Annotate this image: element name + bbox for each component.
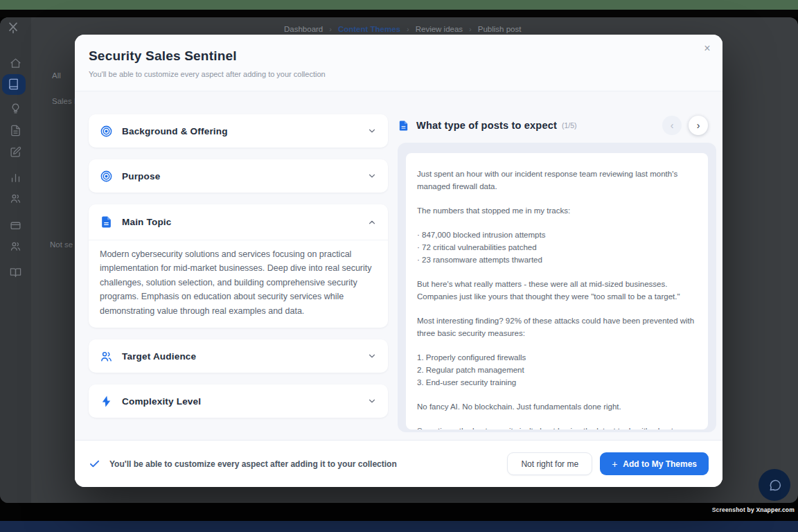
post-paragraph: Just spent an hour with our incident res… bbox=[417, 168, 697, 193]
modal-subtitle: You'll be able to customize every aspect… bbox=[89, 70, 706, 78]
plus-icon: + bbox=[612, 459, 617, 470]
chevron-right-icon: › bbox=[329, 25, 332, 33]
accordion-complexity-level: Complexity Level bbox=[89, 384, 388, 418]
accordion-header[interactable]: Background & Offering bbox=[89, 114, 388, 148]
post-paragraph: · 847,000 blocked intrusion attempts · 7… bbox=[417, 229, 697, 266]
filter-label-all[interactable]: All bbox=[52, 71, 61, 80]
footer-note: You'll be able to customize every aspect… bbox=[109, 459, 397, 469]
chevron-right-icon: › bbox=[469, 25, 472, 33]
frame-top-green-band bbox=[0, 0, 798, 10]
home-icon[interactable] bbox=[10, 57, 21, 69]
accordion-background-offering: Background & Offering bbox=[89, 114, 388, 148]
previous-post-button[interactable]: ‹ bbox=[662, 116, 682, 135]
users-icon[interactable] bbox=[10, 240, 21, 252]
accordion-header[interactable]: Complexity Level bbox=[89, 384, 388, 418]
main-topic-description: Modern cybersecurity solutions and servi… bbox=[89, 240, 388, 328]
pencil-square-icon[interactable] bbox=[10, 146, 21, 158]
post-paragraph: Most interesting finding? 92% of these a… bbox=[417, 314, 697, 339]
document-icon bbox=[100, 215, 113, 229]
accordion-purpose: Purpose bbox=[89, 159, 388, 193]
bar-chart-icon[interactable] bbox=[10, 172, 21, 184]
chevron-down-icon bbox=[367, 351, 377, 361]
modal-body: Background & Offering Purpose bbox=[75, 91, 722, 440]
preview-panel: Just spent an hour with our incident res… bbox=[398, 143, 716, 432]
file-text-icon[interactable] bbox=[10, 125, 21, 136]
chat-bubble-icon bbox=[768, 478, 782, 493]
breadcrumb-review-ideas[interactable]: Review ideas bbox=[416, 25, 463, 33]
users-icon bbox=[100, 350, 113, 363]
users-icon[interactable] bbox=[10, 193, 21, 204]
post-paragraph: No fancy AI. No blockchain. Just fundame… bbox=[417, 400, 697, 413]
breadcrumb-dashboard[interactable]: Dashboard bbox=[284, 25, 323, 33]
post-preview-column: What type of posts to expect (1/5) ‹ › J… bbox=[398, 114, 716, 440]
add-to-my-themes-button[interactable]: + Add to My Themes bbox=[600, 452, 709, 475]
accordion-label: Main Topic bbox=[122, 217, 172, 227]
post-paragraph: But here's what really matters - these w… bbox=[417, 278, 697, 303]
sample-post-card[interactable]: Just spent an hour with our incident res… bbox=[406, 153, 708, 429]
open-book-icon[interactable] bbox=[10, 267, 21, 278]
accordion-header[interactable]: Purpose bbox=[89, 159, 388, 193]
post-paragraph: The numbers that stopped me in my tracks… bbox=[417, 204, 697, 217]
post-paragraph: Sometimes the best security isn't about … bbox=[417, 425, 697, 429]
preview-counter: (1/5) bbox=[562, 121, 577, 130]
checkmark-icon bbox=[89, 458, 100, 470]
preview-header: What type of posts to expect (1/5) ‹ › bbox=[398, 116, 716, 135]
next-post-button[interactable]: › bbox=[689, 116, 708, 135]
accordion-label: Purpose bbox=[122, 171, 160, 181]
frame-top-black-band bbox=[0, 10, 798, 17]
frame-bottom-black-band: Screenshot by Xnapper.com bbox=[0, 503, 798, 521]
accordion-main-topic: Main Topic Modern cybersecurity solution… bbox=[89, 204, 388, 328]
accordion-label: Target Audience bbox=[122, 351, 196, 362]
sidebar-item-active[interactable] bbox=[2, 74, 26, 95]
modal-header: Security Sales Sentinel You'll be able t… bbox=[75, 35, 722, 91]
accordion-header[interactable]: Target Audience bbox=[89, 339, 388, 373]
not-right-for-me-button[interactable]: Not right for me bbox=[507, 452, 592, 475]
chevron-down-icon bbox=[367, 396, 377, 406]
sidebar bbox=[0, 17, 31, 503]
breadcrumb-publish-post[interactable]: Publish post bbox=[478, 25, 522, 33]
screenshot-credit: Screenshot by Xnapper.com bbox=[712, 506, 795, 513]
modal-footer: You'll be able to customize every aspect… bbox=[75, 440, 722, 487]
accordion-label: Background & Offering bbox=[122, 126, 228, 136]
post-paragraph: 1. Properly configured firewalls 2. Regu… bbox=[417, 351, 697, 389]
chevron-down-icon bbox=[367, 171, 377, 181]
chevron-right-icon: › bbox=[407, 25, 409, 33]
accordion-header[interactable]: Main Topic bbox=[89, 204, 388, 240]
document-icon bbox=[398, 120, 409, 132]
chevron-up-icon bbox=[367, 218, 377, 227]
app-logo-icon bbox=[6, 21, 20, 35]
book-icon bbox=[8, 78, 19, 90]
chevron-down-icon bbox=[367, 126, 377, 136]
close-icon[interactable]: × bbox=[700, 41, 715, 56]
add-to-my-themes-label: Add to My Themes bbox=[623, 459, 697, 469]
breadcrumb: Dashboard › Content Themes › Review idea… bbox=[284, 25, 521, 33]
theme-attributes-column: Background & Offering Purpose bbox=[89, 114, 388, 440]
frame-bottom-navy-band bbox=[0, 521, 798, 532]
preview-title: What type of posts to expect bbox=[416, 120, 557, 131]
breadcrumb-content-themes[interactable]: Content Themes bbox=[338, 25, 400, 33]
filter-label-not-selected[interactable]: Not se bbox=[50, 240, 73, 249]
accordion-label: Complexity Level bbox=[122, 396, 201, 407]
lightning-bolt-icon bbox=[100, 395, 113, 408]
credit-card-icon[interactable] bbox=[10, 220, 21, 231]
target-icon bbox=[100, 170, 113, 183]
modal-title: Security Sales Sentinel bbox=[89, 48, 706, 64]
accordion-target-audience: Target Audience bbox=[89, 339, 388, 373]
chat-fab-button[interactable] bbox=[759, 469, 790, 501]
lightbulb-icon[interactable] bbox=[10, 103, 21, 114]
target-icon bbox=[100, 125, 113, 138]
theme-detail-modal: Security Sales Sentinel You'll be able t… bbox=[75, 35, 722, 487]
